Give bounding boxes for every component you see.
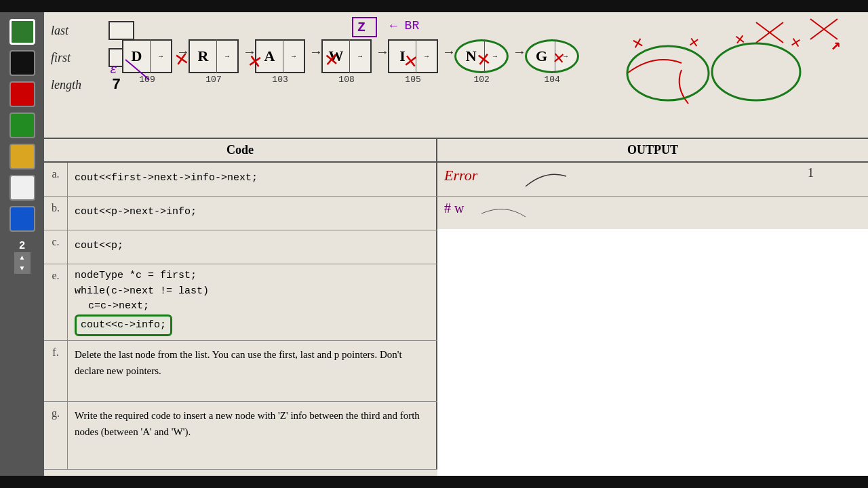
svg-point-19 xyxy=(712,43,800,100)
row-e-line4-highlighted: cout<<c->info; xyxy=(75,314,172,337)
node-W-addr: 108 xyxy=(338,75,354,85)
row-a-output: Error 1 xyxy=(437,163,868,196)
svg-rect-11 xyxy=(353,18,376,37)
color-green[interactable] xyxy=(9,113,35,138)
length-label: length xyxy=(51,78,105,92)
row-c-code: cout<<p; xyxy=(68,230,437,264)
paper-area: last first length 7 D → 109 xyxy=(44,12,868,476)
svg-text:✕: ✕ xyxy=(789,33,803,52)
row-c-label: c. xyxy=(44,230,68,264)
row-f-desc: Delete the last node from the list. You … xyxy=(68,341,437,401)
last-pointer-box xyxy=(108,21,134,40)
code-column-header: Code xyxy=(44,139,437,161)
color-white[interactable] xyxy=(9,175,35,201)
pen-size-up[interactable]: ▲ xyxy=(14,252,31,263)
node-A: A → 103 xyxy=(255,39,305,85)
node-G-addr: 104 xyxy=(544,75,559,85)
node-N-addr: 102 xyxy=(473,75,489,85)
color-dark-green[interactable] xyxy=(9,19,35,45)
node-D: D → 109 xyxy=(122,39,172,85)
row-e-line1: nodeType *c = first; xyxy=(75,268,429,284)
color-blue[interactable] xyxy=(9,206,35,232)
row-a-label: a. xyxy=(44,163,68,196)
row-g-desc: Write the required code to insert a new … xyxy=(68,402,437,469)
row-g-label: g. xyxy=(44,402,68,469)
svg-text:✕: ✕ xyxy=(734,30,746,49)
row-a-error-text: Error xyxy=(444,167,477,184)
svg-line-14 xyxy=(756,22,783,43)
pen-size-value: 2 xyxy=(19,240,26,252)
row-a-code: cout<<first->next->info->next; xyxy=(68,163,437,196)
toolbar: 2 ▲ ▼ xyxy=(0,12,44,476)
color-black[interactable] xyxy=(9,50,35,76)
node-I-addr: 105 xyxy=(405,75,420,85)
svg-line-15 xyxy=(756,22,783,43)
output-column-header: OUTPUT xyxy=(437,139,868,161)
row-f-label: f. xyxy=(44,341,68,401)
table-header: Code OUTPUT xyxy=(44,138,868,163)
pen-size-down[interactable]: ▼ xyxy=(14,263,31,274)
node-R-addr: 107 xyxy=(205,75,221,85)
diagram-area: last first length 7 D → 109 xyxy=(44,12,868,138)
length-value: 7 xyxy=(112,77,121,94)
node-N: N → 102 xyxy=(454,39,509,85)
row-e-code: nodeType *c = first; while(c->next != la… xyxy=(68,264,437,340)
row-b-output: # w xyxy=(437,197,868,230)
svg-line-16 xyxy=(810,19,837,39)
svg-point-18 xyxy=(627,46,709,100)
svg-text:↗: ↗ xyxy=(831,36,840,54)
color-red[interactable] xyxy=(9,81,35,107)
node-R: R → 107 xyxy=(189,39,239,85)
node-W: W → 108 xyxy=(321,39,372,85)
row-e-line3: c=c->next; xyxy=(75,299,429,314)
row-e-line2: while(c->next != last) xyxy=(75,284,429,300)
svg-line-17 xyxy=(810,19,837,39)
row-b-label: b. xyxy=(44,197,68,230)
table-row-a: a. cout<<first->next->info->next; Error … xyxy=(44,163,868,197)
color-yellow[interactable] xyxy=(9,144,35,169)
first-label: first xyxy=(51,51,105,65)
node-G: G → 104 xyxy=(525,39,579,85)
pen-size-control: 2 ▲ ▼ xyxy=(14,240,31,274)
svg-text:← BR: ← BR xyxy=(390,19,419,33)
row-e-label: e. xyxy=(44,264,68,340)
svg-text:Z: Z xyxy=(357,20,366,35)
table-row-b: b. cout<<p->next->info; # w xyxy=(44,197,868,230)
node-D-addr: 109 xyxy=(139,75,155,85)
node-A-addr: 103 xyxy=(272,75,288,85)
node-I: I → 105 xyxy=(388,39,438,85)
white-overlay xyxy=(437,229,868,476)
last-label: last xyxy=(51,24,105,38)
row-b-code: cout<<p->next->info; xyxy=(68,197,437,230)
svg-text:✕: ✕ xyxy=(630,33,646,55)
svg-text:✕: ✕ xyxy=(688,33,701,52)
